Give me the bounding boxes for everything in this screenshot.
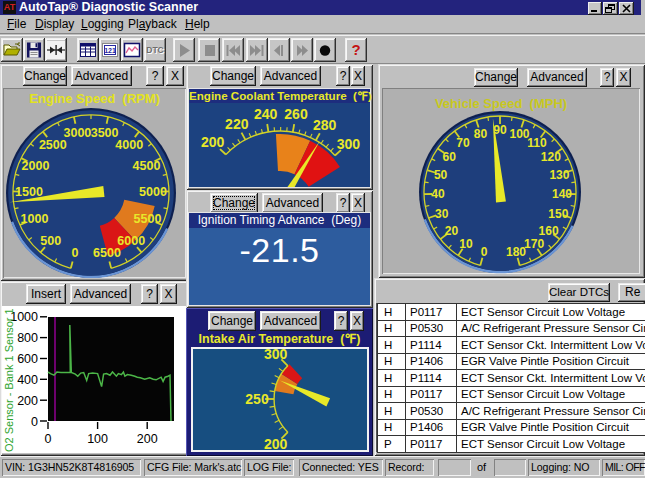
svg-text:120: 120 xyxy=(541,150,561,164)
svg-text:3000: 3000 xyxy=(63,126,91,140)
svg-text:280: 280 xyxy=(313,117,337,133)
svg-text:600: 600 xyxy=(17,352,38,366)
svg-text:200: 200 xyxy=(17,394,38,408)
svg-text:6000: 6000 xyxy=(117,234,145,248)
svg-text:100: 100 xyxy=(87,432,108,446)
svg-text:140: 140 xyxy=(552,187,572,201)
svg-text:6500: 6500 xyxy=(93,246,121,260)
svg-text:220: 220 xyxy=(225,116,249,132)
svg-text:0: 0 xyxy=(45,432,52,446)
svg-text:500: 500 xyxy=(40,234,61,248)
svg-text:110: 110 xyxy=(527,136,547,150)
svg-text:300: 300 xyxy=(337,136,361,152)
svg-text:300: 300 xyxy=(264,349,288,362)
svg-text:30: 30 xyxy=(435,207,449,221)
svg-text:130: 130 xyxy=(549,168,569,182)
svg-text:0: 0 xyxy=(481,245,488,259)
svg-text:250: 250 xyxy=(245,391,269,407)
svg-text:180: 180 xyxy=(506,245,526,259)
svg-text:0: 0 xyxy=(72,246,79,260)
svg-text:121: 121 xyxy=(104,47,116,54)
svg-text:4500: 4500 xyxy=(133,159,161,173)
svg-text:0: 0 xyxy=(31,415,38,429)
svg-text:80: 80 xyxy=(474,127,488,141)
svg-text:20: 20 xyxy=(445,224,459,238)
svg-text:40: 40 xyxy=(431,187,445,201)
svg-text:170: 170 xyxy=(524,237,544,251)
svg-text:5500: 5500 xyxy=(134,212,162,226)
svg-text:160: 160 xyxy=(539,224,559,238)
svg-text:O2 Sensor - Bank 1 Sensor 1 (: O2 Sensor - Bank 1 Sensor 1 ( xyxy=(3,306,15,452)
svg-text:4000: 4000 xyxy=(115,138,143,152)
svg-text:240: 240 xyxy=(254,106,278,122)
svg-text:200: 200 xyxy=(264,436,288,450)
svg-text:260: 260 xyxy=(284,106,308,122)
svg-text:200: 200 xyxy=(137,432,158,446)
svg-text:60: 60 xyxy=(443,150,457,164)
svg-text:400: 400 xyxy=(17,373,38,387)
svg-text:800: 800 xyxy=(17,331,38,345)
svg-text:50: 50 xyxy=(434,168,448,182)
svg-text:70: 70 xyxy=(456,136,470,150)
svg-text:150: 150 xyxy=(548,207,568,221)
svg-text:200: 200 xyxy=(201,134,225,150)
svg-text:DTC: DTC xyxy=(146,45,163,55)
svg-text:5000: 5000 xyxy=(139,185,167,199)
svg-text:2000: 2000 xyxy=(22,159,50,173)
svg-text:1000: 1000 xyxy=(21,212,49,226)
svg-text:10: 10 xyxy=(459,237,473,251)
